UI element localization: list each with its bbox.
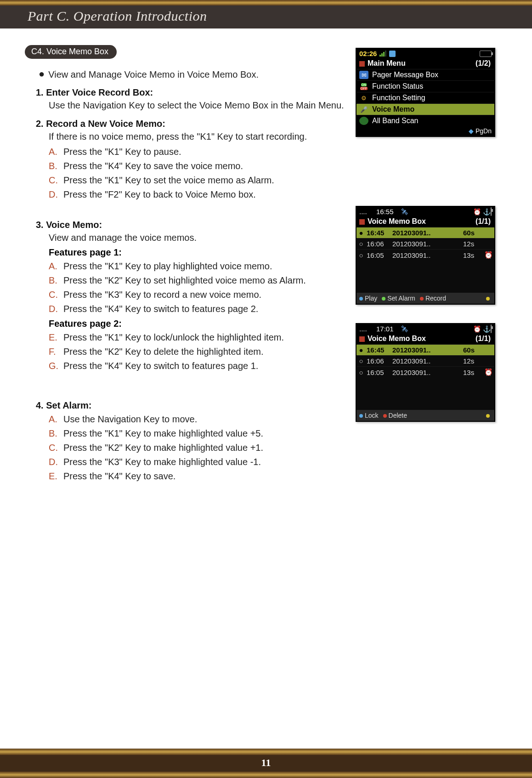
row-name: 201203091..	[392, 357, 460, 365]
device-footer: Lock Delete	[357, 410, 494, 421]
list-item: C.Press the "K2" Key to make highlighted…	[49, 441, 345, 454]
step-1: 1. Enter Voice Record Box: Use the Navig…	[36, 87, 345, 112]
menu-item-pager[interactable]: ✉ Pager Message Box	[357, 69, 494, 80]
intro-text: View and Manage Voice Memo in Voice Memo…	[48, 68, 259, 81]
title-square-icon	[359, 219, 365, 225]
status-time: 02:26	[359, 50, 377, 57]
row-name: 201203091..	[392, 346, 460, 354]
screenshots-column: 02:26 Main Menu (1/2) ✉ Pager Message Bo…	[356, 45, 507, 487]
foot-more[interactable]	[486, 412, 492, 419]
foot-play[interactable]: Play	[359, 295, 377, 302]
pgdn-label[interactable]: PgDn	[469, 127, 492, 135]
menu-label: Pager Message Box	[372, 71, 438, 79]
memo-row[interactable]: ○ 16:06 201203091.. 12s	[357, 238, 494, 249]
features-2-list: E.Press the "K1" Key to lock/unlock the …	[49, 331, 345, 373]
empty-area	[357, 378, 494, 410]
page-header: Part C. Operation Introduction	[0, 6, 532, 28]
list-item: C.Press the "K3" Key to record a new voi…	[49, 288, 345, 301]
menu-item-setting[interactable]: ⚙ Function Setting	[357, 92, 494, 103]
list-item: A.Use the Navigation Key to move.	[49, 413, 345, 426]
intro-bullet: ● View and Manage Voice Memo in Voice Me…	[39, 68, 345, 81]
row-time: 16:45	[367, 346, 390, 354]
battery-icon	[491, 324, 492, 333]
user-icon	[389, 51, 396, 57]
list-item: F.Press the "K2" Key to delete the highl…	[49, 345, 345, 358]
list-item: E.Press the "K4" Key to save.	[49, 470, 345, 483]
dot-icon	[383, 414, 387, 418]
menu-label: Function Status	[372, 82, 423, 91]
gear-icon: ⚙	[359, 94, 368, 102]
memo-row[interactable]: ● 16:45 201203091.. 60s	[357, 227, 494, 238]
row-name: 201203091..	[392, 240, 460, 248]
row-mark-icon: ●	[358, 346, 364, 354]
device-title: Main Menu	[368, 59, 406, 67]
memo-row[interactable]: ○ 16:05 201203091.. 13s ⏰	[357, 249, 494, 261]
row-time: 16:06	[367, 357, 390, 365]
row-mark-icon: ○	[358, 251, 364, 259]
onoff-icon: ONOFF	[359, 82, 368, 91]
menu-label: Function Setting	[372, 94, 425, 102]
foot-set-alarm[interactable]: Set Alarm	[382, 295, 415, 302]
foot-record[interactable]: Record	[420, 295, 446, 302]
foot-delete[interactable]: Delete	[383, 412, 407, 419]
bottom-gold-border-2	[0, 772, 532, 778]
top-gold-border	[0, 0, 532, 6]
dot-icon	[486, 414, 490, 418]
alarm-icon: ⏰	[473, 325, 481, 333]
anchor-icon: ⚓	[483, 208, 491, 216]
dot-icon	[382, 297, 385, 301]
memo-row[interactable]: ○ 16:05 201203091.. 13s ⏰	[357, 366, 494, 378]
menu-item-voice-memo[interactable]: 🎤 Voice Memo	[357, 103, 494, 115]
list-item: D.Press the "F2" Key to back to Voice Me…	[49, 188, 345, 201]
status-time: 17:01	[376, 325, 394, 333]
row-mark-icon: ○	[358, 357, 364, 365]
dot-icon	[359, 297, 363, 301]
device-title-bar: Voice Memo Box (1/1)	[357, 334, 494, 344]
status-bar: 02:26	[357, 49, 494, 58]
voice-icon: 🎤	[359, 105, 368, 114]
title-square-icon	[359, 61, 365, 67]
row-time: 16:45	[367, 229, 390, 237]
row-time: 16:05	[367, 251, 390, 259]
list-item: D.Press the "K4" Key to switch to featur…	[49, 302, 345, 316]
step-3: 3. Voice Memo: View and manage the voice…	[36, 220, 345, 373]
device-title: Voice Memo Box	[368, 217, 426, 225]
page-indicator: (1/1)	[475, 335, 491, 343]
device-title-bar: Main Menu (1/2)	[357, 58, 494, 69]
row-duration: 12s	[463, 357, 481, 365]
list-item: D.Press the "K3" Key to make highlighted…	[49, 455, 345, 469]
memo-row[interactable]: ○ 16:06 201203091.. 12s	[357, 355, 494, 366]
list-item: A.Press the "K1" Key to pause.	[49, 145, 345, 159]
menu-item-status[interactable]: ONOFF Function Status	[357, 80, 494, 92]
dot-icon	[420, 297, 424, 301]
status-dots: ....	[359, 208, 367, 216]
menu-label: All Band Scan	[372, 117, 419, 125]
memo-row[interactable]: ● 16:45 201203091.. 60s	[357, 344, 494, 355]
step-1-body: Use the Navigation Key to select the Voi…	[49, 99, 345, 112]
foot-more[interactable]	[486, 295, 492, 302]
status-bar: .... 16:55 🛰 ⏰ ⚓	[357, 207, 494, 216]
step-2: 2. Record a New Voice Memo: If there is …	[36, 119, 345, 201]
device-title: Voice Memo Box	[368, 335, 426, 342]
step-3-head: 3. Voice Memo:	[36, 220, 345, 230]
section-tab: C4. Voice Memo Box	[25, 45, 117, 59]
device-main-menu: 02:26 Main Menu (1/2) ✉ Pager Message Bo…	[356, 48, 495, 137]
list-item: B.Press the "K1" Key to make highlighted…	[49, 427, 345, 440]
status-time: 16:55	[376, 208, 394, 216]
dot-icon	[359, 414, 363, 418]
foot-lock[interactable]: Lock	[359, 412, 379, 419]
row-time: 16:05	[367, 369, 390, 376]
sat-icon: 🛰	[401, 325, 408, 333]
list-item: A.Press the "K1" Key to play highlighted…	[49, 260, 345, 273]
step-2-head: 2. Record a New Voice Memo:	[36, 119, 345, 129]
alarm-icon: ⏰	[473, 208, 481, 216]
step-1-head: 1. Enter Voice Record Box:	[36, 87, 345, 98]
row-alarm-icon: ⏰	[484, 251, 492, 259]
list-item: C.Press the "K1" Key to set the voice me…	[49, 174, 345, 187]
list-item: G.Press the "K4" Key to switch to featur…	[49, 359, 345, 373]
row-name: 201203091..	[392, 229, 460, 237]
row-name: 201203091..	[392, 369, 460, 376]
menu-item-band-scan[interactable]: All Band Scan	[357, 115, 494, 126]
step-4-list: A.Use the Navigation Key to move. B.Pres…	[49, 413, 345, 483]
page-number: 11	[0, 755, 532, 772]
